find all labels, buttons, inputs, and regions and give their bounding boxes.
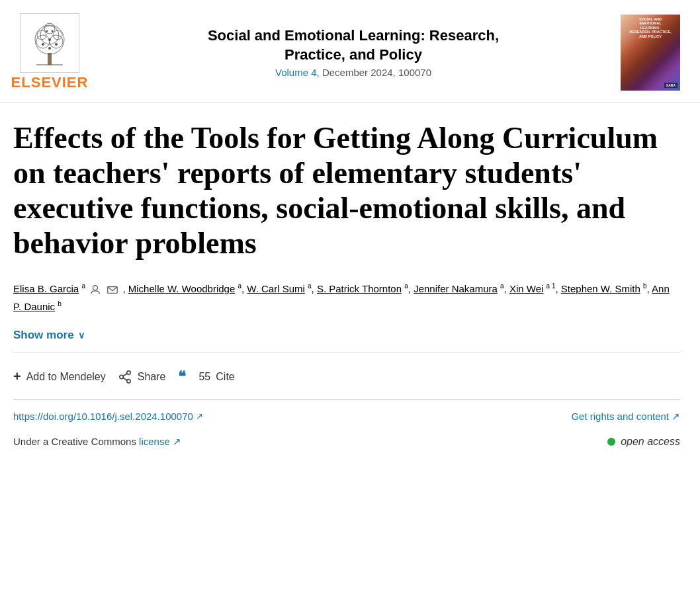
- elsevier-logo: ELSEVIER: [13, 13, 86, 91]
- author-thornton[interactable]: S. Patrick Thornton: [317, 283, 402, 294]
- show-more-button[interactable]: Show more ∨: [13, 329, 85, 342]
- rights-link[interactable]: Get rights and content ↗: [571, 411, 680, 423]
- cc-license-link[interactable]: license ↗: [139, 436, 181, 447]
- page-header: ELSEVIER Social and Emotional Learning: …: [0, 0, 700, 102]
- cite-label: Cite: [216, 371, 234, 383]
- svg-point-19: [120, 375, 124, 379]
- author-wei[interactable]: Xin Wei: [509, 283, 543, 294]
- author-garcia[interactable]: Elisa B. Garcia: [13, 283, 79, 294]
- author-sumi[interactable]: W. Carl Sumi: [247, 283, 305, 294]
- svg-line-21: [123, 373, 127, 376]
- author-smith[interactable]: Stephen W. Smith: [561, 283, 640, 294]
- svg-text:❝: ❝: [178, 369, 186, 385]
- open-access-badge: open access: [607, 436, 680, 448]
- share-button[interactable]: Share: [118, 366, 178, 388]
- author-email-icon[interactable]: [107, 284, 118, 296]
- author-profile-icon[interactable]: [89, 284, 101, 296]
- svg-point-16: [93, 285, 98, 290]
- share-label: Share: [138, 371, 166, 383]
- article-title: Effects of the Tools for Getting Along C…: [13, 121, 680, 261]
- journal-title: Social and Emotional Learning: Research,…: [86, 26, 621, 64]
- author-woodbridge[interactable]: Michelle W. Woodbridge: [128, 283, 235, 294]
- mendeley-label: Add to Mendeley: [26, 371, 106, 383]
- doi-url-text: https://doi.org/10.1016/j.sel.2024.10007…: [13, 411, 193, 422]
- header-left: ELSEVIER: [13, 13, 86, 91]
- doi-arrow-icon: ↗: [196, 411, 203, 421]
- journal-cover-image: SOCIAL ANDEMOTIONALLEARNING:RESEARCH, PR…: [621, 15, 680, 91]
- cite-icon: ❝: [177, 369, 193, 385]
- svg-point-14: [48, 47, 51, 50]
- svg-point-12: [46, 30, 48, 32]
- svg-rect-1: [48, 53, 52, 65]
- cc-arrow-icon: ↗: [173, 436, 181, 447]
- rights-arrow-icon: ↗: [672, 411, 680, 423]
- author-nakamura[interactable]: Jennifer Nakamura: [414, 283, 498, 294]
- svg-point-10: [42, 43, 44, 46]
- elsevier-tree-icon: [20, 13, 79, 73]
- svg-point-18: [127, 370, 131, 374]
- journal-info: Social and Emotional Learning: Research,…: [86, 26, 621, 78]
- svg-point-20: [127, 379, 131, 383]
- svg-point-9: [48, 38, 51, 41]
- journal-meta: Volume 4, December 2024, 100070: [86, 67, 621, 78]
- share-icon: [118, 370, 132, 384]
- svg-point-11: [55, 43, 58, 46]
- show-more-container: Show more ∨: [13, 319, 680, 347]
- doi-link[interactable]: https://doi.org/10.1016/j.sel.2024.10007…: [13, 411, 203, 422]
- volume-link[interactable]: Volume 4: [275, 67, 317, 78]
- open-access-label: open access: [621, 436, 680, 448]
- authors-section: Elisa B. Garcia a , Michelle W. Woodbrid…: [13, 280, 680, 315]
- rights-label: Get rights and content: [571, 411, 669, 422]
- footer-links: https://doi.org/10.1016/j.sel.2024.10007…: [13, 400, 680, 430]
- action-bar: + Add to Mendeley Share ❝ 55 Cite: [13, 352, 680, 399]
- svg-line-22: [123, 378, 127, 380]
- creative-commons-row: Under a Creative Commons license ↗ open …: [13, 430, 680, 456]
- show-more-label: Show more: [13, 329, 74, 342]
- main-content: Effects of the Tools for Getting Along C…: [0, 102, 700, 469]
- cc-text: Under a Creative Commons license ↗: [13, 436, 181, 448]
- svg-point-13: [52, 30, 54, 32]
- open-access-dot: [607, 438, 615, 446]
- elsevier-wordmark: ELSEVIER: [11, 74, 89, 91]
- cite-count: 55: [198, 371, 210, 383]
- mendeley-icon: +: [13, 369, 21, 384]
- show-more-chevron-icon: ∨: [78, 330, 85, 341]
- journal-cover: SOCIAL ANDEMOTIONALLEARNING:RESEARCH, PR…: [621, 15, 680, 91]
- add-to-mendeley-button[interactable]: + Add to Mendeley: [13, 365, 118, 388]
- cite-button[interactable]: ❝ 55 Cite: [177, 365, 246, 389]
